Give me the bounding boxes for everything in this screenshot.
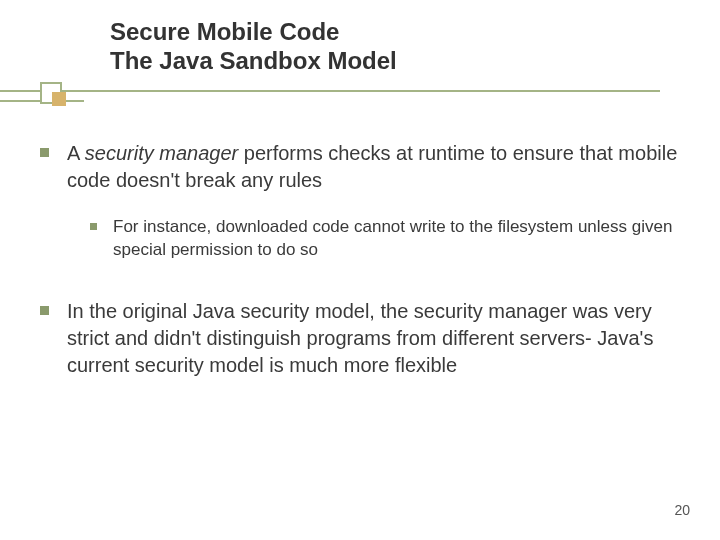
title-line-1: Secure Mobile Code xyxy=(110,18,397,47)
bullet-text: A security manager performs checks at ru… xyxy=(67,140,680,194)
page-number: 20 xyxy=(674,502,690,518)
bullet-level1: A security manager performs checks at ru… xyxy=(40,140,680,194)
bullet-text: In the original Java security model, the… xyxy=(67,298,680,379)
bullet-icon xyxy=(40,306,49,315)
bullet-level2: For instance, downloaded code cannot wri… xyxy=(90,216,680,262)
bullet-level1: In the original Java security model, the… xyxy=(40,298,680,379)
title-line-2: The Java Sandbox Model xyxy=(110,47,397,76)
bullet-icon xyxy=(90,223,97,230)
header-decoration xyxy=(0,82,720,110)
bullet-icon xyxy=(40,148,49,157)
decor-square-fill xyxy=(52,92,66,106)
decor-line-long xyxy=(0,90,660,92)
bullet-1-emph: security manager xyxy=(85,142,238,164)
bullet-1-pre: A xyxy=(67,142,85,164)
bullet-text: For instance, downloaded code cannot wri… xyxy=(113,216,680,262)
slide-body: A security manager performs checks at ru… xyxy=(40,140,680,401)
slide-title-block: Secure Mobile Code The Java Sandbox Mode… xyxy=(110,18,397,76)
